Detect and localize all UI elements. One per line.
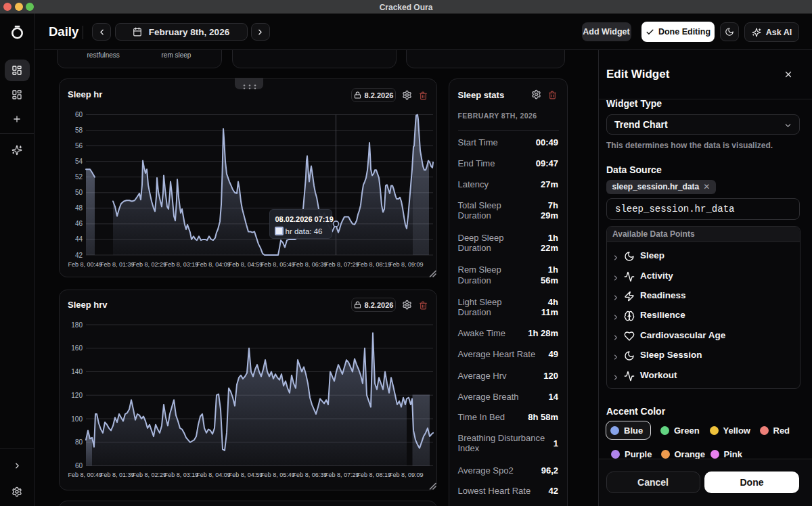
svg-text:Feb 8, 04:09: Feb 8, 04:09 <box>196 472 231 478</box>
svg-text:Feb 8, 02:29: Feb 8, 02:29 <box>132 472 166 478</box>
svg-text:Feb 8, 09:09: Feb 8, 09:09 <box>389 261 424 268</box>
svg-text:140: 140 <box>71 368 83 375</box>
svg-text:Feb 8, 06:39: Feb 8, 06:39 <box>293 472 328 478</box>
svg-text:50: 50 <box>75 189 83 196</box>
svg-text:Feb 8, 01:39: Feb 8, 01:39 <box>100 472 135 478</box>
svg-text:46: 46 <box>75 220 83 227</box>
svg-text:180: 180 <box>71 321 83 329</box>
svg-text:Feb 8, 00:49: Feb 8, 00:49 <box>68 472 103 478</box>
svg-text:Feb 8, 03:19: Feb 8, 03:19 <box>164 261 199 268</box>
svg-text:160: 160 <box>71 344 83 352</box>
svg-text:Feb 8, 08:19: Feb 8, 08:19 <box>357 261 392 268</box>
svg-text:42: 42 <box>75 252 83 259</box>
svg-text:80: 80 <box>75 438 83 446</box>
svg-text:Feb 8, 07:29: Feb 8, 07:29 <box>325 472 359 478</box>
svg-text:Feb 8, 00:49: Feb 8, 00:49 <box>68 261 103 268</box>
svg-text:120: 120 <box>71 392 83 399</box>
svg-text:60: 60 <box>75 111 83 118</box>
svg-text:Feb 8, 05:49: Feb 8, 05:49 <box>261 261 295 268</box>
svg-text:Feb 8, 04:09: Feb 8, 04:09 <box>196 261 231 268</box>
svg-text:48: 48 <box>75 204 83 212</box>
svg-text:Feb 8, 04:59: Feb 8, 04:59 <box>229 472 263 478</box>
svg-text:Feb 8, 02:29: Feb 8, 02:29 <box>132 261 166 268</box>
svg-text:54: 54 <box>75 158 83 165</box>
svg-text:44: 44 <box>75 235 83 243</box>
svg-text:Feb 8, 03:19: Feb 8, 03:19 <box>164 472 199 478</box>
svg-text:58: 58 <box>75 127 83 134</box>
svg-text:Feb 8, 07:29: Feb 8, 07:29 <box>325 261 359 268</box>
svg-text:100: 100 <box>71 415 83 423</box>
svg-text:Feb 8, 01:39: Feb 8, 01:39 <box>100 261 135 268</box>
svg-text:Feb 8, 04:59: Feb 8, 04:59 <box>229 261 263 268</box>
svg-text:60: 60 <box>75 462 83 469</box>
svg-text:Feb 8, 06:39: Feb 8, 06:39 <box>293 261 328 268</box>
svg-text:Feb 8, 09:09: Feb 8, 09:09 <box>389 472 424 478</box>
svg-text:Feb 8, 08:19: Feb 8, 08:19 <box>357 472 392 478</box>
svg-text:52: 52 <box>75 173 83 181</box>
svg-text:56: 56 <box>75 142 83 150</box>
svg-text:Feb 8, 05:49: Feb 8, 05:49 <box>261 472 295 478</box>
